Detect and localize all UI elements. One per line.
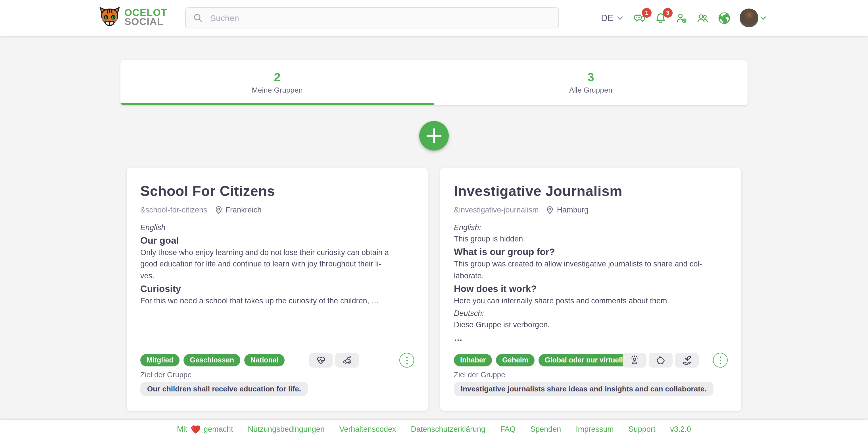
footer-link-terms[interactable]: Nutzungsbedingungen (248, 425, 324, 433)
group-slug: &investigative-journalism (454, 206, 539, 214)
logo-line2: SOCIAL (124, 17, 167, 26)
category-piggy-bank-icon (649, 353, 673, 368)
chat-badge: 1 (642, 8, 652, 17)
group-title[interactable]: School For Citizens (140, 183, 414, 199)
footer-link-faq[interactable]: FAQ (500, 425, 516, 433)
group-slug: &school-for-citizens (140, 206, 207, 214)
goal-text: Investigative journalists share ideas an… (454, 382, 713, 396)
my-groups-count: 2 (274, 71, 280, 83)
footer-link-imprint[interactable]: Impressum (576, 425, 614, 433)
globe-icon (717, 11, 731, 25)
avatar[interactable] (740, 8, 758, 27)
language-code: DE (601, 13, 613, 23)
search-bar[interactable] (185, 7, 559, 28)
description-heading: Our goal (140, 234, 414, 247)
category-hand-seedling-icon (675, 353, 699, 368)
group-meta: &school-for-citizens Frankreich (140, 206, 414, 214)
profile-chevron-down-icon (760, 15, 766, 20)
description-heading: How does it work? (454, 283, 728, 295)
chat-button[interactable]: 1 (633, 12, 646, 24)
goal-text: Our children shall receive education for… (140, 382, 308, 396)
group-tabs: 2 Meine Gruppen 3 Alle Gruppen (120, 60, 748, 105)
search-input[interactable] (209, 12, 551, 23)
two-people-icon (696, 12, 709, 24)
notifications-button[interactable]: 3 (654, 12, 667, 24)
category-person-rays-icon (623, 353, 647, 368)
footer-link-privacy[interactable]: Datenschutzerklärung (411, 425, 486, 433)
description-line: Deutsch: (454, 307, 728, 319)
footer-link-support[interactable]: Support (628, 425, 655, 433)
group-location: Frankreich (215, 206, 262, 214)
footer-version[interactable]: v3.2.0 (670, 425, 691, 433)
description-line: This group was created to allow investig… (454, 259, 728, 271)
person-plus-icon (675, 12, 688, 24)
tab-my-groups[interactable]: 2 Meine Gruppen (120, 60, 434, 105)
language-selector[interactable]: DE (601, 13, 625, 23)
all-groups-count: 3 (587, 71, 594, 83)
invite-user-button[interactable] (675, 12, 688, 24)
vertical-ellipsis-icon (719, 356, 722, 365)
group-menu-button[interactable] (713, 353, 728, 368)
group-list-button[interactable] (696, 12, 709, 24)
made-with-pre: Mit (177, 425, 187, 433)
category-electric-car-icon (335, 353, 359, 368)
description-heading: What is our group for? (454, 246, 728, 258)
map-pin-icon (215, 206, 223, 214)
group-category-icons (623, 353, 699, 368)
group-meta: &investigative-journalism Hamburg (454, 206, 728, 214)
group-menu-button[interactable] (399, 353, 414, 368)
group-card-investigative-journalism[interactable]: Investigative Journalism &investigative-… (440, 168, 741, 411)
group-badges: Mitglied Geschlossen National (140, 354, 285, 367)
description-line: For this we need a school that takes up … (140, 296, 414, 307)
group-description: English: This group is hidden. What is o… (454, 222, 728, 342)
group-card-school-for-citizens[interactable]: School For Citizens &school-for-citizens… (127, 168, 428, 411)
chevron-down-icon (617, 15, 623, 20)
logo-home-link[interactable]: OCELOT SOCIAL (98, 5, 167, 29)
tab-all-groups[interactable]: 3 Alle Gruppen (434, 60, 748, 105)
group-location: Hamburg (546, 206, 589, 214)
group-category-icons (309, 353, 359, 368)
page: OCELOT SOCIAL DE (0, 0, 868, 438)
goal-label: Ziel der Gruppe (140, 370, 192, 379)
footer: Mit gemacht Nutzungsbedingungen Verhalte… (0, 420, 868, 438)
goal-label: Ziel der Gruppe (454, 370, 505, 379)
description-line: This group is hidden. (454, 233, 728, 245)
group-description: English Our goal Only those who enjoy le… (140, 222, 414, 307)
footer-link-code-of-conduct[interactable]: Verhaltenscodex (339, 425, 396, 433)
group-location-text: Frankreich (225, 206, 262, 214)
description-line: laborate. (454, 271, 728, 282)
made-with-post: gemacht (204, 425, 233, 433)
description-truncation: … (454, 334, 728, 342)
description-line: good education for life and continue to … (140, 259, 414, 271)
description-line: English (140, 222, 414, 233)
ocelot-logo-icon (98, 5, 122, 29)
group-badge-row: Inhaber Geheim Global oder nur virtuell (454, 353, 728, 368)
world-map-button[interactable] (717, 11, 731, 25)
group-badge-row: Mitglied Geschlossen National (140, 353, 414, 368)
footer-link-made-with[interactable]: Mit gemacht (177, 424, 233, 434)
create-group-button[interactable] (419, 121, 449, 151)
role-badge: Mitglied (140, 354, 180, 367)
group-title[interactable]: Investigative Journalism (454, 183, 728, 199)
visibility-badge: Geheim (496, 354, 534, 367)
profile-menu[interactable] (740, 8, 766, 27)
description-line: Here you can internally share posts and … (454, 296, 728, 307)
description-heading: Curiosity (140, 283, 414, 295)
search-icon (193, 13, 203, 23)
notifications-badge: 3 (663, 8, 673, 17)
scope-badge: National (244, 354, 285, 367)
group-location-text: Hamburg (557, 206, 589, 214)
role-badge: Inhaber (454, 354, 492, 367)
group-badges: Inhaber Geheim Global oder nur virtuell (454, 354, 629, 367)
top-navbar: OCELOT SOCIAL DE (0, 0, 868, 36)
description-line: Only those who enjoy learning and do not… (140, 247, 414, 259)
logo-wordmark: OCELOT SOCIAL (124, 8, 167, 26)
vertical-ellipsis-icon (405, 356, 408, 365)
all-groups-label: Alle Gruppen (569, 86, 612, 94)
red-heart-icon (190, 424, 201, 434)
footer-link-donate[interactable]: Spenden (530, 425, 561, 433)
map-pin-icon (546, 206, 554, 214)
description-line: English: (454, 222, 728, 233)
my-groups-label: Meine Gruppen (252, 86, 303, 94)
visibility-badge: Geschlossen (184, 354, 240, 367)
